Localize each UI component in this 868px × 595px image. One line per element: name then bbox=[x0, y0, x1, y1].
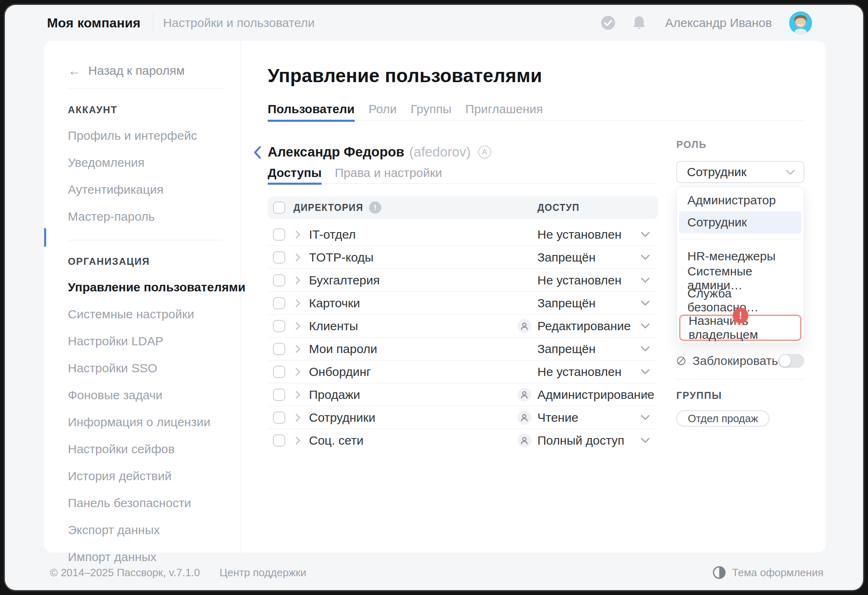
directory-name: Карточки bbox=[309, 296, 360, 310]
expand-chevron-icon[interactable] bbox=[295, 321, 301, 331]
chevron-down-icon[interactable] bbox=[640, 346, 651, 352]
chevron-down-icon[interactable] bbox=[640, 437, 651, 444]
expand-chevron-icon[interactable] bbox=[295, 230, 301, 239]
expand-chevron-icon[interactable] bbox=[295, 298, 301, 308]
row-checkbox[interactable] bbox=[273, 297, 285, 309]
sidebar-item-notifications[interactable]: Уведомления bbox=[68, 156, 241, 170]
block-toggle[interactable] bbox=[778, 354, 804, 368]
tab-roles[interactable]: Роли bbox=[369, 102, 397, 121]
sidebar-item-license-info[interactable]: Информация о лицензии bbox=[68, 415, 241, 429]
table-row[interactable]: Продажи Администрирование bbox=[268, 383, 658, 406]
assign-owner-option[interactable]: ! Назначить владельцем bbox=[679, 315, 801, 341]
table-row[interactable]: Онбординг Не установлен bbox=[268, 360, 658, 383]
expand-chevron-icon[interactable] bbox=[295, 275, 301, 285]
expand-chevron-icon[interactable] bbox=[295, 413, 301, 423]
expand-chevron-icon[interactable] bbox=[295, 390, 301, 400]
expand-chevron-icon[interactable] bbox=[295, 367, 301, 377]
access-value: Запрещён bbox=[537, 296, 595, 310]
expand-chevron-icon[interactable] bbox=[295, 253, 301, 262]
expand-chevron-icon[interactable] bbox=[295, 436, 301, 445]
directory-name: Продажи bbox=[309, 388, 360, 402]
sidebar-item-master-password[interactable]: Мастер-пароль bbox=[68, 210, 241, 224]
table-row[interactable]: Сотрудники Чтение bbox=[268, 406, 658, 429]
access-dropdown-trigger[interactable]: Запрещён bbox=[517, 342, 595, 356]
sidebar-item-data-export[interactable]: Экспорт данных bbox=[68, 523, 241, 537]
row-checkbox[interactable] bbox=[273, 412, 285, 424]
subtab-rights-settings[interactable]: Права и настройки bbox=[335, 166, 442, 183]
sidebar-section-organization: ОРГАНИЗАЦИЯ bbox=[68, 256, 241, 267]
current-user-name[interactable]: Александр Иванов bbox=[665, 16, 772, 30]
theme-icon bbox=[712, 566, 726, 579]
row-checkbox[interactable] bbox=[273, 343, 285, 355]
select-all-checkbox[interactable] bbox=[273, 201, 285, 214]
expand-chevron-icon[interactable] bbox=[295, 344, 301, 354]
row-checkbox[interactable] bbox=[273, 274, 285, 286]
access-value: Не установлен bbox=[537, 365, 622, 379]
theme-label: Тема оформления bbox=[732, 566, 823, 579]
access-dropdown-trigger[interactable]: Не установлен bbox=[517, 273, 622, 287]
sidebar-item-background-tasks[interactable]: Фоновые задачи bbox=[68, 388, 241, 402]
access-dropdown-trigger[interactable]: Запрещён bbox=[517, 251, 595, 264]
row-checkbox[interactable] bbox=[273, 251, 285, 264]
group-chip[interactable]: Отдел продаж bbox=[676, 410, 770, 427]
table-row[interactable]: Бухгалтерия Не установлен bbox=[268, 269, 658, 292]
info-icon[interactable]: ! bbox=[369, 201, 381, 214]
access-dropdown-trigger[interactable]: Полный доступ bbox=[517, 434, 624, 447]
row-checkbox[interactable] bbox=[273, 389, 285, 401]
sidebar-item-system-settings[interactable]: Системные настройки bbox=[68, 307, 241, 321]
role-option-hr-managers[interactable]: HR-менеджеры bbox=[679, 245, 801, 267]
subtab-access[interactable]: Доступы bbox=[268, 166, 322, 185]
user-avatar[interactable] bbox=[789, 11, 812, 34]
role-option-system-admins[interactable]: Системные админи… bbox=[679, 267, 801, 289]
access-dropdown-trigger[interactable]: Редактирование bbox=[517, 319, 631, 333]
table-row[interactable]: Карточки Запрещён bbox=[268, 292, 658, 315]
table-row[interactable]: IT-отдел Не установлен bbox=[268, 223, 658, 246]
tab-invitations[interactable]: Приглашения bbox=[465, 102, 543, 121]
access-dropdown-trigger[interactable]: Не установлен bbox=[517, 228, 622, 242]
access-dropdown-trigger[interactable]: Запрещён bbox=[517, 296, 595, 310]
breadcrumb: Настройки и пользователи bbox=[163, 16, 315, 30]
chevron-down-icon[interactable] bbox=[640, 414, 651, 421]
row-checkbox[interactable] bbox=[273, 434, 285, 447]
tab-users[interactable]: Пользователи bbox=[268, 102, 355, 122]
table-row[interactable]: Мои пароли Запрещён bbox=[268, 338, 658, 360]
table-row[interactable]: Клиенты Редактирование bbox=[268, 315, 658, 338]
chevron-down-icon[interactable] bbox=[640, 277, 651, 284]
notifications-bell-icon[interactable] bbox=[631, 15, 647, 31]
row-checkbox[interactable] bbox=[273, 366, 285, 378]
sidebar-item-authentication[interactable]: Аутентификация bbox=[68, 183, 241, 197]
theme-toggle[interactable]: Тема оформления bbox=[712, 566, 823, 579]
main-tabs: Пользователи Роли Группы Приглашения bbox=[268, 102, 804, 121]
sync-status-icon[interactable] bbox=[600, 15, 616, 31]
chevron-down-icon[interactable] bbox=[640, 231, 651, 238]
role-select[interactable]: Сотрудник bbox=[676, 161, 804, 183]
chevron-down-icon[interactable] bbox=[640, 254, 651, 261]
role-option-administrator[interactable]: Администратор bbox=[679, 189, 801, 211]
role-option-employee[interactable]: Сотрудник bbox=[679, 211, 801, 233]
row-checkbox[interactable] bbox=[273, 320, 285, 332]
access-dropdown-trigger[interactable]: Чтение bbox=[517, 411, 578, 425]
sidebar-item-vault-settings[interactable]: Настройки сейфов bbox=[68, 442, 241, 456]
sidebar-item-user-management[interactable]: Управление пользователями bbox=[68, 280, 241, 294]
row-checkbox[interactable] bbox=[273, 228, 285, 241]
sidebar-item-security-panel[interactable]: Панель безопасности bbox=[68, 496, 241, 510]
tab-groups[interactable]: Группы bbox=[411, 102, 452, 121]
chevron-down-icon[interactable] bbox=[640, 323, 651, 329]
directory-access-table: ДИРЕКТОРИЯ ! ДОСТУП IT-отдел Не установл… bbox=[268, 196, 658, 452]
support-link[interactable]: Центр поддержки bbox=[219, 566, 306, 579]
app-window: Моя компания Настройки и пользователи Ал… bbox=[5, 5, 863, 590]
user-back-button[interactable] bbox=[253, 145, 262, 161]
table-row[interactable]: TOTP-коды Запрещён bbox=[268, 246, 658, 269]
sidebar-item-activity-log[interactable]: История действий bbox=[68, 469, 241, 483]
chevron-down-icon[interactable] bbox=[640, 369, 651, 375]
sidebar-item-ldap-settings[interactable]: Настройки LDAP bbox=[68, 334, 241, 348]
back-to-passwords-link[interactable]: ← Назад к паролям bbox=[68, 64, 241, 78]
sidebar-item-data-import[interactable]: Импорт данных bbox=[68, 550, 241, 564]
sidebar-item-sso-settings[interactable]: Настройки SSO bbox=[68, 361, 241, 375]
chevron-down-icon[interactable] bbox=[640, 300, 651, 306]
sidebar-item-profile[interactable]: Профиль и интерфейс bbox=[68, 129, 241, 143]
table-row[interactable]: Соц. сети Полный доступ bbox=[268, 429, 658, 452]
chevron-down-icon[interactable] bbox=[640, 391, 651, 398]
access-dropdown-trigger[interactable]: Администрирование bbox=[517, 388, 654, 402]
access-dropdown-trigger[interactable]: Не установлен bbox=[517, 365, 622, 379]
